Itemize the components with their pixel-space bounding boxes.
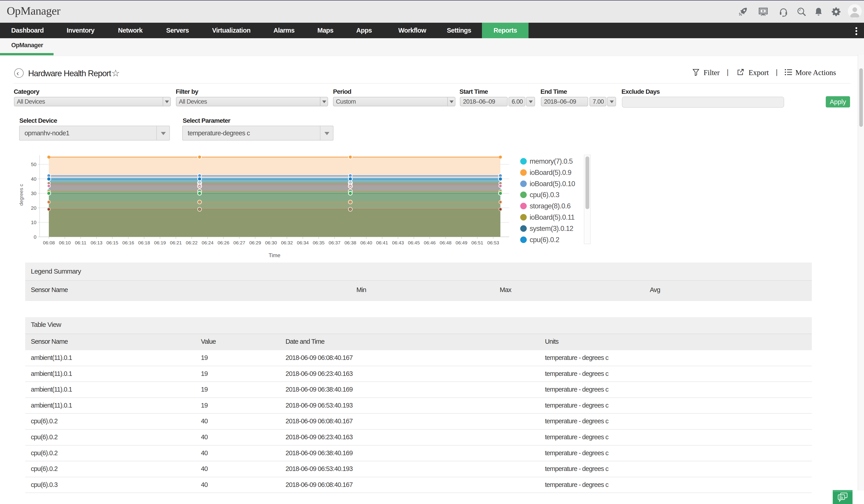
svg-text:degrees c: degrees c xyxy=(19,184,24,206)
svg-text:40: 40 xyxy=(31,176,36,182)
svg-text:06:15: 06:15 xyxy=(106,240,118,245)
svg-text:06:49: 06:49 xyxy=(456,240,468,245)
svg-text:06:30: 06:30 xyxy=(265,240,277,245)
svg-text:06:24: 06:24 xyxy=(202,240,214,245)
svg-text:06:19: 06:19 xyxy=(154,240,166,245)
svg-text:06:26: 06:26 xyxy=(218,240,229,245)
svg-text:30: 30 xyxy=(31,190,36,196)
svg-text:10: 10 xyxy=(31,220,36,225)
svg-text:06:21: 06:21 xyxy=(170,240,182,245)
svg-text:06:11: 06:11 xyxy=(75,240,86,245)
svg-text:06:22: 06:22 xyxy=(186,240,198,245)
svg-text:06:13: 06:13 xyxy=(91,240,103,245)
svg-text:20: 20 xyxy=(31,205,36,211)
svg-text:06:35: 06:35 xyxy=(313,240,325,245)
svg-text:06:34: 06:34 xyxy=(297,240,309,245)
svg-text:0: 0 xyxy=(34,234,36,240)
svg-text:06:37: 06:37 xyxy=(329,240,341,245)
svg-text:06:16: 06:16 xyxy=(122,240,134,245)
svg-text:06:38: 06:38 xyxy=(345,240,357,245)
svg-text:06:29: 06:29 xyxy=(249,240,261,245)
svg-text:06:45: 06:45 xyxy=(408,240,420,245)
svg-text:06:41: 06:41 xyxy=(376,240,388,245)
svg-text:06:46: 06:46 xyxy=(424,240,436,245)
svg-text:06:32: 06:32 xyxy=(281,240,293,245)
svg-text:06:18: 06:18 xyxy=(138,240,150,245)
svg-text:Time: Time xyxy=(269,252,280,258)
svg-text:06:40: 06:40 xyxy=(360,240,372,245)
svg-text:06:48: 06:48 xyxy=(440,240,452,245)
svg-text:50: 50 xyxy=(31,162,36,167)
svg-text:06:51: 06:51 xyxy=(471,240,483,245)
svg-text:06:08: 06:08 xyxy=(43,240,55,245)
svg-text:06:53: 06:53 xyxy=(487,240,499,245)
svg-text:06:10: 06:10 xyxy=(59,240,71,245)
svg-text:06:43: 06:43 xyxy=(392,240,404,245)
svg-text:06:27: 06:27 xyxy=(233,240,245,245)
